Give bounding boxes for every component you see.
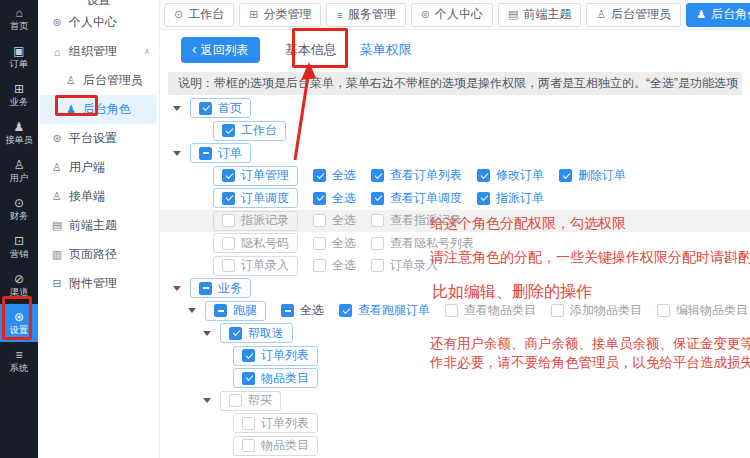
checkbox-checked[interactable] xyxy=(229,327,242,340)
permission-option[interactable]: 删除订单 xyxy=(559,167,626,184)
side-nav-item-page-paths[interactable]: ▥页面路径 xyxy=(38,240,159,269)
chevron-up-icon[interactable]: ∧ xyxy=(144,47,150,56)
permission-option[interactable]: 添加物品类目 xyxy=(551,302,642,319)
rail-item-orders[interactable]: ▣订单 xyxy=(0,38,38,76)
side-nav-item-user-client[interactable]: ♙用户端 xyxy=(38,153,159,182)
rail-item-riders[interactable]: ♟接单员 xyxy=(0,114,38,152)
permission-option[interactable]: 查看指派记录 xyxy=(371,212,462,229)
checkbox-un[interactable] xyxy=(445,304,458,317)
side-nav-item-org-management[interactable]: ⌂组织管理∧ xyxy=(38,37,159,66)
checkbox-un[interactable] xyxy=(242,439,255,452)
checkbox-un[interactable] xyxy=(229,394,242,407)
rail-item-home[interactable]: ⌂首页 xyxy=(0,0,38,38)
rail-item-channels[interactable]: ⊘渠道 xyxy=(0,266,38,304)
tree-menu-item[interactable]: 物品类目 xyxy=(233,436,318,456)
tree-menu-item[interactable]: 物品类目 xyxy=(233,368,318,388)
checkbox-checked[interactable] xyxy=(559,169,572,182)
rail-item-marketing[interactable]: ⊡营销 xyxy=(0,228,38,266)
page-tab-service-management[interactable]: ≡服务管理 xyxy=(326,3,405,27)
checkbox-un[interactable] xyxy=(657,304,670,317)
page-tab-workbench[interactable]: ⊙工作台 xyxy=(164,3,234,27)
page-tab-frontend-theme[interactable]: ▤前端主题 xyxy=(498,3,581,27)
tree-menu-item[interactable]: 订单 xyxy=(190,143,251,163)
tab-basic-info[interactable]: 基本信息 xyxy=(285,41,337,59)
tree-menu-item[interactable]: 订单调度 xyxy=(213,188,298,208)
caret-down-icon[interactable] xyxy=(188,308,196,313)
rail-item-users[interactable]: ♙用户 xyxy=(0,152,38,190)
checkbox-un[interactable] xyxy=(222,214,235,227)
checkbox-checked[interactable] xyxy=(222,192,235,205)
rail-item-finance[interactable]: ⊙财务 xyxy=(0,190,38,228)
permission-option[interactable]: 全选 xyxy=(313,257,356,274)
checkbox-un[interactable] xyxy=(371,237,384,250)
rail-item-system[interactable]: ≡系统 xyxy=(0,342,38,380)
checkbox-checked[interactable] xyxy=(222,124,235,137)
caret-down-icon[interactable] xyxy=(173,106,181,111)
side-nav-item-admin-roles[interactable]: ♟后台角色 xyxy=(40,95,157,124)
checkbox-un[interactable] xyxy=(242,417,255,430)
permission-option[interactable]: 查看订单列表 xyxy=(371,167,462,184)
checkbox-ind[interactable] xyxy=(199,282,212,295)
permission-option[interactable]: 全选 xyxy=(313,190,356,207)
permission-option[interactable]: 修改订单 xyxy=(477,167,544,184)
tree-menu-item[interactable]: 指派记录 xyxy=(213,211,298,231)
side-nav-item-personal-center[interactable]: ⊚个人中心 xyxy=(38,8,159,37)
side-nav-item-platform-settings[interactable]: ⊛平台设置 xyxy=(38,124,159,153)
checkbox-checked[interactable] xyxy=(371,192,384,205)
checkbox-checked[interactable] xyxy=(313,169,326,182)
checkbox-un[interactable] xyxy=(371,259,384,272)
checkbox-checked[interactable] xyxy=(477,169,490,182)
rail-item-settings[interactable]: ⊛设置 xyxy=(0,304,38,342)
tree-menu-item[interactable]: 帮买 xyxy=(220,391,281,411)
rail-item-business[interactable]: ⊞业务 xyxy=(0,76,38,114)
side-nav-item-rider-client[interactable]: ♙接单端 xyxy=(38,182,159,211)
tree-menu-item[interactable]: 订单列表 xyxy=(233,346,318,366)
tree-menu-item[interactable]: 跑腿 xyxy=(205,301,266,321)
tree-menu-item[interactable]: 订单管理 xyxy=(213,166,298,186)
side-nav-item-frontend-theme[interactable]: ▤前端主题 xyxy=(38,211,159,240)
checkbox-ind[interactable] xyxy=(214,304,227,317)
tree-menu-item[interactable]: 工作台 xyxy=(213,121,286,141)
checkbox-checked[interactable] xyxy=(477,192,490,205)
checkbox-un[interactable] xyxy=(371,214,384,227)
permission-option[interactable]: 编辑物品类目 xyxy=(657,302,748,319)
checkbox-checked[interactable] xyxy=(313,192,326,205)
tree-menu-item[interactable]: 业务 xyxy=(190,278,251,298)
caret-down-icon[interactable] xyxy=(203,398,211,403)
caret-down-icon[interactable] xyxy=(203,331,211,336)
page-tab-personal-center[interactable]: ⊚个人中心 xyxy=(411,3,493,27)
page-tab-admin-roles[interactable]: ♟后台角色× xyxy=(686,3,750,27)
permission-option[interactable]: 查看隐私号列表 xyxy=(371,235,474,252)
caret-down-icon[interactable] xyxy=(173,151,181,156)
checkbox-checked[interactable] xyxy=(371,169,384,182)
permission-option[interactable]: 全选 xyxy=(313,212,356,229)
permission-option[interactable]: 指派订单 xyxy=(477,190,544,207)
permission-option[interactable]: 全选 xyxy=(281,302,324,319)
checkbox-un[interactable] xyxy=(222,237,235,250)
permission-option[interactable]: 订单录入 xyxy=(371,257,438,274)
checkbox-ind[interactable] xyxy=(281,304,294,317)
checkbox-un[interactable] xyxy=(313,214,326,227)
checkbox-checked[interactable] xyxy=(242,372,255,385)
back-to-list-button[interactable]: ‹ 返回列表 xyxy=(181,37,260,63)
checkbox-un[interactable] xyxy=(551,304,564,317)
checkbox-checked[interactable] xyxy=(222,169,235,182)
side-nav-item-admin-users[interactable]: ♙后台管理员 xyxy=(38,66,159,95)
tree-menu-item[interactable]: 帮取送 xyxy=(220,323,293,343)
checkbox-checked[interactable] xyxy=(339,304,352,317)
caret-down-icon[interactable] xyxy=(173,286,181,291)
checkbox-ind[interactable] xyxy=(199,147,212,160)
checkbox-un[interactable] xyxy=(313,237,326,250)
page-tab-category-management[interactable]: ⊞分类管理 xyxy=(239,3,321,27)
permission-option[interactable]: 全选 xyxy=(313,167,356,184)
checkbox-checked[interactable] xyxy=(199,102,212,115)
side-nav-item-attachment-management[interactable]: ⊟附件管理 xyxy=(38,269,159,298)
tree-menu-item[interactable]: 订单录入 xyxy=(213,256,298,276)
checkbox-checked[interactable] xyxy=(242,349,255,362)
permission-option[interactable]: 全选 xyxy=(313,235,356,252)
permission-option[interactable]: 查看跑腿订单 xyxy=(339,302,430,319)
checkbox-un[interactable] xyxy=(313,259,326,272)
tree-menu-item[interactable]: 隐私号码 xyxy=(213,233,298,253)
page-tab-admin-users[interactable]: ♙后台管理员 xyxy=(586,3,681,27)
tree-menu-item[interactable]: 订单列表 xyxy=(233,413,318,433)
